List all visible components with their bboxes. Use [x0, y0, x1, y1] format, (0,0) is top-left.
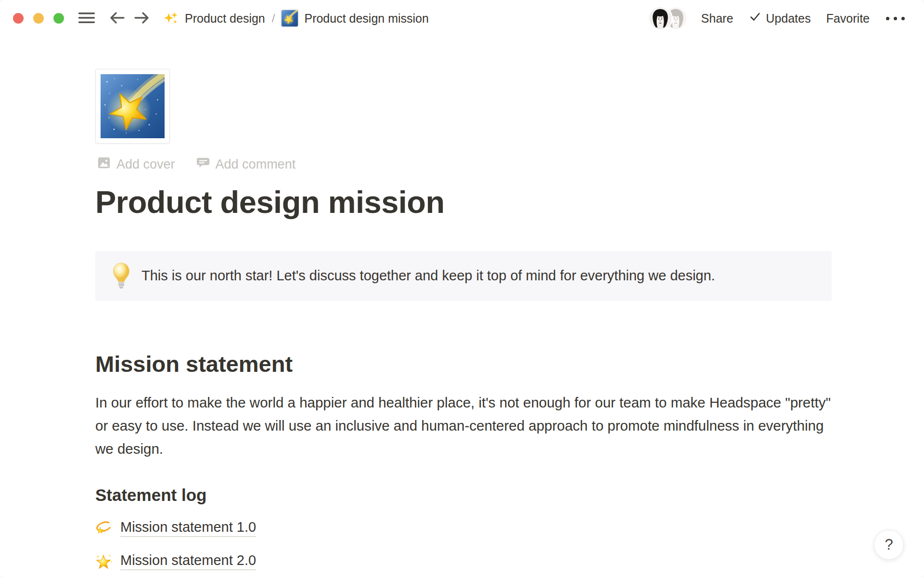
topbar-actions: Share Updates Favorite [649, 7, 910, 29]
topbar: Product design / [0, 0, 924, 37]
ellipsis-icon [885, 15, 906, 22]
sparkles-icon [163, 11, 179, 26]
notion-window: Product design / [0, 0, 924, 578]
arrow-right-icon [133, 11, 151, 26]
picture-icon [97, 156, 111, 173]
updates-button[interactable]: Updates [745, 8, 815, 28]
callout-block: This is our north star! Let's discuss to… [95, 251, 832, 301]
list-item: Mission statement 2.0 [95, 550, 832, 572]
arrow-left-icon [108, 11, 126, 26]
page-title[interactable]: Product design mission [95, 184, 832, 221]
favorite-button[interactable]: Favorite [822, 9, 873, 28]
callout-text[interactable]: This is our north star! Let's discuss to… [141, 265, 715, 287]
page-icon[interactable] [95, 69, 170, 144]
question-mark-icon: ? [885, 536, 893, 553]
shooting-star-page-icon [282, 10, 298, 26]
breadcrumb-separator: / [272, 12, 275, 25]
favorite-button-label: Favorite [826, 12, 870, 26]
mission-statement-heading[interactable]: Mission statement [95, 351, 832, 378]
collaborator-avatars[interactable] [649, 7, 687, 29]
breadcrumb-label: Product design mission [304, 12, 428, 26]
comment-bubble-icon [196, 156, 210, 173]
breadcrumb-label: Product design [185, 12, 265, 26]
breadcrumb-item-product-design[interactable]: Product design [160, 9, 268, 28]
share-button-label: Share [701, 12, 733, 26]
glowing-star-icon [95, 552, 113, 570]
help-button[interactable]: ? [874, 530, 904, 560]
back-button[interactable] [106, 9, 128, 28]
window-controls [13, 13, 64, 24]
list-item: Mission statement 1.0 [95, 517, 832, 539]
add-cover-label: Add cover [116, 157, 175, 172]
close-window-button[interactable] [13, 13, 24, 24]
page-body: Add cover Add comment Product design mis… [95, 69, 832, 572]
share-button[interactable]: Share [697, 9, 737, 28]
dizzy-star-icon [95, 519, 113, 537]
add-comment-label: Add comment [216, 157, 296, 172]
add-cover-button[interactable]: Add cover [95, 155, 177, 174]
avatar[interactable] [649, 7, 671, 29]
page-link-mission-statement-1[interactable]: Mission statement 1.0 [120, 519, 256, 537]
breadcrumb: Product design / [160, 8, 432, 28]
breadcrumb-item-current[interactable]: Product design mission [279, 8, 431, 28]
sidebar-menu-button[interactable] [77, 10, 97, 27]
zoom-window-button[interactable] [53, 13, 64, 24]
minimize-window-button[interactable] [33, 13, 44, 24]
mission-paragraph[interactable]: In our effort to make the world a happie… [95, 391, 832, 460]
add-comment-button[interactable]: Add comment [194, 155, 298, 174]
more-options-button[interactable] [881, 12, 910, 25]
statement-log-heading[interactable]: Statement log [95, 485, 832, 506]
updates-button-label: Updates [766, 12, 811, 26]
forward-button[interactable] [131, 9, 153, 28]
page-link-mission-statement-2[interactable]: Mission statement 2.0 [120, 552, 256, 570]
page-decoration-actions: Add cover Add comment [95, 155, 832, 174]
hamburger-icon [78, 12, 95, 26]
checkmark-icon [749, 11, 761, 26]
light-bulb-icon[interactable] [112, 262, 131, 290]
